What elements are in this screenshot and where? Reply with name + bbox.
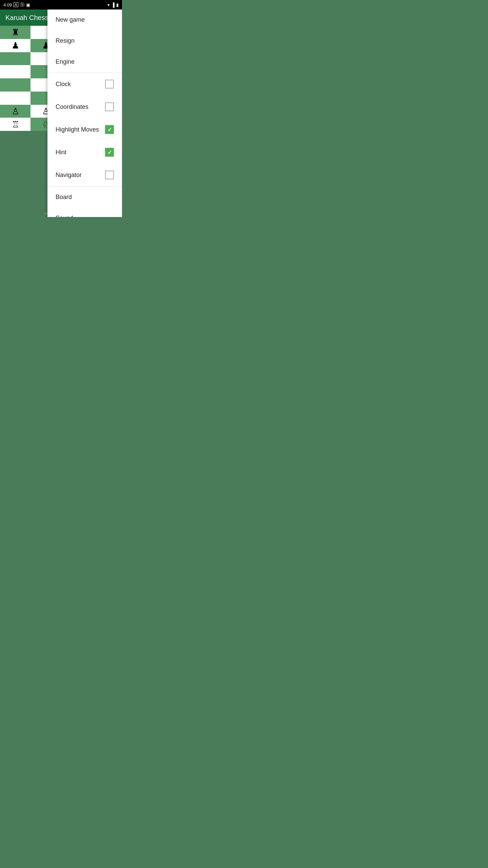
menu-item-resign[interactable]: Resign (47, 31, 122, 52)
menu-label-new-game: New game (56, 16, 85, 23)
board-cell-4[interactable]: ♟ (0, 39, 30, 52)
menu-label-resign: Resign (56, 37, 75, 44)
board-cell-8[interactable] (0, 52, 30, 65)
board-cell-0[interactable]: ♜ (0, 26, 30, 39)
board-cell-28[interactable]: ♖ (0, 118, 30, 131)
menu-item-coordinates[interactable]: Coordinates (47, 96, 122, 118)
sd-icon: ▣ (26, 2, 30, 7)
menu-label-coordinates: Coordinates (56, 103, 88, 111)
checkbox-highlight-moves[interactable] (105, 125, 114, 134)
chess-piece: ♙ (12, 107, 19, 116)
menu-label-hint: Hint (56, 149, 66, 156)
checkbox-navigator[interactable] (105, 171, 114, 179)
chess-piece: ♟ (12, 41, 19, 50)
menu-label-navigator: Navigator (56, 172, 82, 179)
battery-icon: ▮ (116, 2, 119, 7)
chess-piece: ♜ (12, 28, 19, 37)
menu-item-sound[interactable]: Sound (47, 208, 122, 217)
menu-label-highlight-moves: Highlight Moves (56, 126, 99, 133)
menu-item-hint[interactable]: Hint (47, 141, 122, 164)
menu-label-clock: Clock (56, 81, 71, 88)
board-cell-16[interactable] (0, 78, 30, 92)
menu-item-new-game[interactable]: New game (47, 9, 122, 31)
menu-item-engine[interactable]: Engine (47, 52, 122, 73)
menu-label-engine: Engine (56, 58, 75, 65)
menu-item-navigator[interactable]: Navigator (47, 164, 122, 186)
menu-item-clock[interactable]: Clock (47, 73, 122, 96)
wifi-icon: ▾ (107, 2, 110, 7)
s-icon: Ⓢ (20, 2, 24, 8)
status-bar: 4:09 A Ⓢ ▣ ▾ ▐ ▮ (0, 0, 122, 9)
menu-item-highlight-moves[interactable]: Highlight Moves (47, 118, 122, 141)
board-cell-20[interactable] (0, 92, 30, 105)
board-cell-24[interactable]: ♙ (0, 105, 30, 118)
checkbox-hint[interactable] (105, 148, 114, 157)
board-cell-12[interactable] (0, 65, 30, 78)
signal-icon: ▐ (111, 2, 115, 7)
time-display: 4:09 (3, 2, 12, 7)
a-icon: A (14, 2, 18, 7)
menu-item-board[interactable]: Board (47, 187, 122, 208)
chess-piece: ♖ (12, 120, 19, 129)
menu-label-board: Board (56, 194, 72, 201)
checkbox-coordinates[interactable] (105, 102, 114, 111)
status-bar-right: ▾ ▐ ▮ (107, 2, 119, 7)
status-bar-left: 4:09 A Ⓢ ▣ (3, 2, 30, 8)
menu-label-sound: Sound (56, 215, 73, 217)
dropdown-menu: New gameResignEngineClockCoordinatesHigh… (47, 9, 122, 217)
checkbox-clock[interactable] (105, 80, 114, 88)
app-title: Karuah Chess (5, 14, 48, 22)
